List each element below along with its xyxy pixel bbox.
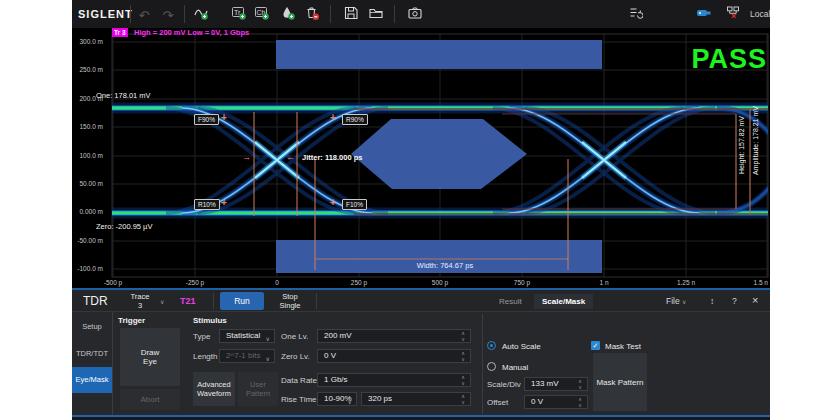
length-dropdown[interactable]: 2^7-1 bits ∨ [219,349,275,363]
y-tick-label: 100.0 m [72,152,103,160]
trash-icon [305,6,319,20]
add-waveform-button[interactable] [193,6,209,22]
trace-selector-line1: Trace [122,292,158,301]
y-tick-label: -100.0 m [72,265,103,273]
app-window: SIGLENT ↶ ↷ Tr Ch [72,0,770,420]
length-value: 2^7-1 bits [226,351,260,360]
r90-cross-marker: + [330,113,336,123]
camera-icon [408,6,422,20]
stop-single-button[interactable]: Stop Single [270,292,310,310]
folder-icon [369,6,383,20]
local-remote-status[interactable]: Local [750,9,770,19]
redo-button[interactable]: ↷ [160,6,176,22]
save-button[interactable] [343,6,359,22]
trace-badge[interactable]: Tr 3 [112,28,128,37]
redo-icon: ↷ [163,8,174,23]
manual-label: Manual [502,363,528,372]
stimulus-section-header: Stimulus [193,316,227,325]
add-channel-button[interactable]: Ch [254,6,270,22]
usb-device-icon [696,6,712,20]
rise-time-value: 320 ps [368,394,392,403]
file-menu[interactable]: File ∨ [666,296,686,306]
data-rate-input[interactable]: 1 Gb/s ∧∨ [317,373,471,387]
tab-result[interactable]: Result [491,294,530,309]
sidebar-item-setup[interactable]: Setup [72,318,112,335]
abort-button[interactable]: Abort [120,389,180,410]
r90-marker-tag: R90% [342,114,368,125]
expand-panel-icon[interactable]: ↕ [710,296,714,306]
one-level-value: 200 mV [324,331,352,340]
zero-level-label: Zero: -200.95 µV [96,222,152,231]
undo-button[interactable]: ↶ [136,6,152,22]
offset-label: Offset [487,398,508,407]
add-marker-button[interactable] [280,6,296,22]
session-list-button[interactable] [628,6,644,22]
sidebar-item-eye-mask[interactable]: Eye/Mask [72,367,112,393]
siglent-logo: SIGLENT [78,8,133,20]
scale-div-input[interactable]: 133 mV ∧∨ [524,377,588,391]
chevron-down-icon: ∨ [160,298,164,305]
undo-icon: ↶ [139,8,150,23]
help-icon[interactable]: ? [732,296,737,306]
trace-info-text: High = 200 mV Low = 0V, 1 Gbps [134,28,249,37]
toolbar-separator [330,5,331,23]
offset-input[interactable]: 0 V ∧∨ [524,395,588,409]
stepper-arrows[interactable]: ∧∨ [576,396,584,408]
delete-trace-button[interactable] [304,6,320,22]
open-file-button[interactable] [368,6,384,22]
usb-device-button[interactable] [696,6,712,22]
add-channel-icon: Ch [255,6,269,20]
jitter-left-arrow-icon: → [242,152,251,162]
network-status-button[interactable]: × [725,6,741,22]
screenshot-button[interactable] [407,6,423,22]
draw-eye-button[interactable]: Draw Eye [120,328,180,386]
type-label: Type [193,332,210,341]
add-trace-button[interactable]: Tr [231,6,247,22]
active-trace-label[interactable]: T21 [180,296,196,306]
f10-marker-tag: F10% [342,199,367,210]
zero-level-input[interactable]: 0 V ∧∨ [317,349,471,363]
one-level-input[interactable]: 200 mV ∧∨ [317,329,471,343]
stepper-arrows[interactable]: ∧∨ [459,374,467,386]
y-tick-label: 300.0 m [72,38,103,46]
control-panel: TDR Trace 3 ∨ T21 Run Stop Single File ∨… [72,288,770,420]
jitter-measurement: Jitter: 118.000 ps [302,153,362,162]
x-tick-label: 1 n [584,279,624,286]
mode-label: TDR [83,294,108,308]
r10-cross-marker: + [221,198,227,208]
run-button[interactable]: Run [220,292,264,310]
advanced-waveform-button[interactable]: Advanced Waveform [193,372,235,406]
type-dropdown[interactable]: Statistical ∨ [219,329,275,343]
x-tick-label: 1.5 n [730,279,768,286]
divider [316,293,317,309]
close-panel-icon[interactable]: × [752,294,758,306]
rise-time-input[interactable]: 320 ps ∧∨ [361,392,471,406]
trace-selector-dropdown[interactable]: Trace 3 [122,292,158,310]
stepper-arrows[interactable]: ∧∨ [459,393,467,405]
mask-pattern-button[interactable]: Mask Pattern [593,353,647,411]
stop-line1: Stop [270,292,310,301]
stepper-arrows[interactable]: ∧∨ [459,350,467,362]
height-measurement: Height: 157.82 mV [738,116,747,174]
manual-radio[interactable] [487,362,496,371]
rise-time-range-dropdown[interactable]: 10-90% ∨ [317,392,357,406]
stepper-arrows[interactable]: ∧∨ [576,378,584,390]
auto-scale-radio[interactable] [487,341,496,350]
draw-eye-line1: Draw [120,348,180,357]
abort-label: Abort [120,395,180,404]
sidebar-item-tdr-tdt[interactable]: TDR/TDT [72,345,112,362]
stepper-arrows[interactable]: ∧∨ [459,330,467,342]
user-pattern-button[interactable]: User Pattern [238,372,278,406]
f90-marker-tag: F90% [194,114,219,125]
mask-pattern-label: Mask Pattern [593,378,647,387]
user-pattern-line2: Pattern [238,389,278,398]
scale-div-label: Scale/Div [487,380,521,389]
mask-test-pass-status: PASS [691,44,767,75]
sync-list-icon [629,6,643,20]
panel-header-bar: TDR Trace 3 ∨ T21 Run Stop Single File ∨… [72,290,770,312]
tab-scale-mask[interactable]: Scale/Mask [534,294,593,309]
x-tick-label: 0 [257,279,297,286]
mask-test-checkbox[interactable]: ✓ [591,341,600,350]
draw-eye-line2: Eye [120,357,180,366]
chevron-down-icon: ∨ [266,333,270,345]
